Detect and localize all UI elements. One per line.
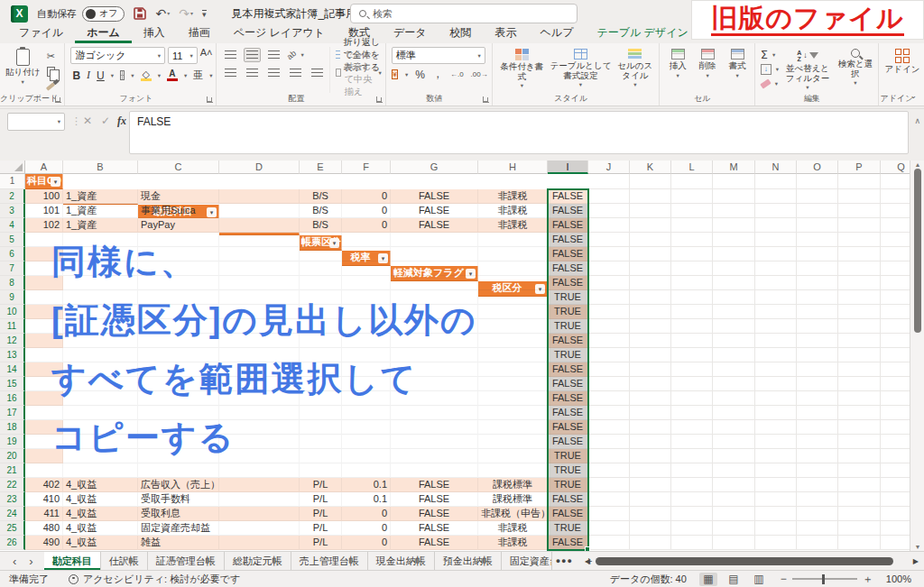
- cell-G4[interactable]: FALSE: [391, 218, 478, 233]
- cell-K20[interactable]: [630, 449, 671, 463]
- cell-B16[interactable]: [63, 391, 138, 406]
- formula-bar-collapse-icon[interactable]: ∧: [914, 116, 920, 125]
- cell-D19[interactable]: [219, 435, 300, 449]
- cell-H4[interactable]: 非課税: [478, 218, 548, 233]
- merge-center-button[interactable]: セルを結合して中央揃え ▾: [336, 65, 381, 80]
- cell-M25[interactable]: [713, 521, 755, 536]
- cell-L4[interactable]: [671, 218, 713, 233]
- cell-F3[interactable]: 0: [342, 204, 391, 218]
- col-header-F[interactable]: F: [342, 161, 391, 174]
- cell-B4[interactable]: 1_資産: [63, 218, 138, 233]
- align-bottom-button[interactable]: [265, 48, 282, 62]
- cell-L22[interactable]: [671, 478, 713, 492]
- cell-P25[interactable]: [838, 521, 881, 536]
- cell-G3[interactable]: FALSE: [391, 204, 478, 218]
- row-header-3[interactable]: 3: [0, 204, 25, 218]
- sheet-nav-prev-icon[interactable]: ‹: [13, 555, 16, 568]
- cell-L14[interactable]: [671, 362, 713, 377]
- cell-J20[interactable]: [588, 449, 630, 463]
- cell-C10[interactable]: [138, 305, 219, 319]
- cell-E6[interactable]: [300, 247, 342, 261]
- cell-O8[interactable]: [797, 276, 838, 290]
- autosum-button[interactable]: Σ▾: [761, 49, 779, 60]
- cell-O17[interactable]: [797, 406, 838, 420]
- cell-I24[interactable]: FALSE: [548, 507, 588, 521]
- cell-L6[interactable]: [671, 247, 713, 261]
- cell-B2[interactable]: 1_資産: [63, 189, 138, 204]
- find-select-button[interactable]: 検索と選択 ▾: [836, 47, 874, 93]
- cell-A6[interactable]: [25, 247, 63, 261]
- cell-C6[interactable]: [138, 247, 219, 261]
- cell-E9[interactable]: [300, 290, 342, 305]
- cell-J25[interactable]: [588, 521, 630, 536]
- zoom-level[interactable]: 100%: [886, 573, 911, 584]
- scroll-left-icon[interactable]: ◀: [585, 557, 590, 565]
- cell-D3[interactable]: [219, 204, 300, 218]
- cell-O6[interactable]: [797, 247, 838, 261]
- cell-D25[interactable]: [219, 521, 300, 536]
- cell-D15[interactable]: [219, 377, 300, 391]
- ribbon-tab-10[interactable]: テーブル デザイン: [585, 25, 699, 43]
- cell-N20[interactable]: [755, 449, 797, 463]
- cell-K12[interactable]: [630, 334, 671, 348]
- cell-M20[interactable]: [713, 449, 755, 463]
- cell-M23[interactable]: [713, 492, 755, 507]
- bold-button[interactable]: B: [72, 69, 80, 82]
- cell-J1[interactable]: [588, 174, 630, 189]
- conditional-formatting-button[interactable]: 条件付き書式 ▾: [498, 47, 546, 93]
- cell-O26[interactable]: [797, 536, 838, 550]
- cell-J13[interactable]: [588, 348, 630, 362]
- cell-B23[interactable]: 4_収益: [63, 492, 138, 507]
- cell-N9[interactable]: [755, 290, 797, 305]
- cell-M11[interactable]: [713, 319, 755, 334]
- cell-I12[interactable]: FALSE: [548, 334, 588, 348]
- cell-O14[interactable]: [797, 362, 838, 377]
- cell-O9[interactable]: [797, 290, 838, 305]
- cell-J24[interactable]: [588, 507, 630, 521]
- cell-F15[interactable]: [342, 377, 391, 391]
- cell-G21[interactable]: [391, 463, 478, 478]
- formula-input[interactable]: FALSE: [129, 111, 909, 154]
- cell-M19[interactable]: [713, 435, 755, 449]
- scroll-up-icon[interactable]: ▲: [910, 161, 924, 168]
- cell-D7[interactable]: [219, 261, 300, 276]
- ribbon-tab-0[interactable]: ファイル: [7, 25, 75, 43]
- cell-N10[interactable]: [755, 305, 797, 319]
- cell-P2[interactable]: [838, 189, 881, 204]
- increase-indent-button[interactable]: [309, 66, 326, 80]
- sort-filter-button[interactable]: AZ ↓ 並べ替えとフィルター ▾: [782, 47, 833, 93]
- align-left-button[interactable]: [222, 66, 239, 80]
- cell-A14[interactable]: [25, 362, 63, 377]
- cell-N1[interactable]: [755, 174, 797, 189]
- cell-J21[interactable]: [588, 463, 630, 478]
- cell-N18[interactable]: [755, 420, 797, 435]
- row-header-21[interactable]: 21: [0, 463, 25, 478]
- fill-button[interactable]: ↓▾: [761, 63, 779, 75]
- cell-K26[interactable]: [630, 536, 671, 550]
- cell-M5[interactable]: [713, 233, 755, 247]
- cell-K11[interactable]: [630, 319, 671, 334]
- cell-H25[interactable]: 非課税: [478, 521, 548, 536]
- cell-M12[interactable]: [713, 334, 755, 348]
- cell-H26[interactable]: 非課税: [478, 536, 548, 550]
- cell-I22[interactable]: TRUE: [548, 478, 588, 492]
- cell-N15[interactable]: [755, 377, 797, 391]
- row-header-15[interactable]: 15: [0, 377, 25, 391]
- cell-B13[interactable]: [63, 348, 138, 362]
- cell-B11[interactable]: [63, 319, 138, 334]
- row-header-6[interactable]: 6: [0, 247, 25, 261]
- vertical-scrollbar[interactable]: ▲ ▼: [910, 161, 924, 551]
- row-header-20[interactable]: 20: [0, 449, 25, 463]
- cell-D13[interactable]: [219, 348, 300, 362]
- cell-N22[interactable]: [755, 478, 797, 492]
- cell-J23[interactable]: [588, 492, 630, 507]
- cell-E22[interactable]: P/L: [300, 478, 342, 492]
- cell-O22[interactable]: [797, 478, 838, 492]
- cell-I23[interactable]: FALSE: [548, 492, 588, 507]
- sheet-tab-4[interactable]: 売上管理台帳: [291, 552, 368, 570]
- cell-P24[interactable]: [838, 507, 881, 521]
- delete-cells-button[interactable]: 削除 ▾: [695, 47, 721, 93]
- cell-F25[interactable]: 0: [342, 521, 391, 536]
- cell-H3[interactable]: 非課税: [478, 204, 548, 218]
- cell-J6[interactable]: [588, 247, 630, 261]
